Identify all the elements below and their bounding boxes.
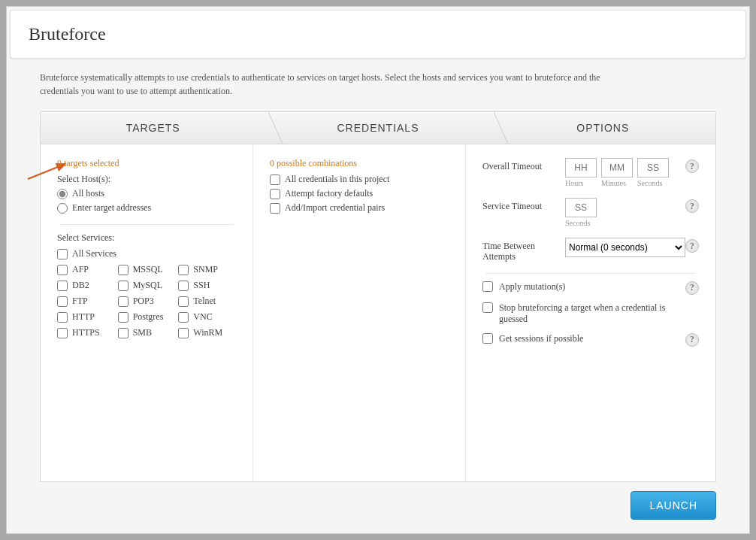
wizard-steps: TARGETS CREDENTIALS OPTIONS [40,111,716,144]
check-service-postgres[interactable]: Postgres [118,311,176,323]
check-apply-mutations[interactable] [482,281,493,292]
help-icon[interactable]: ? [685,239,699,253]
launch-button[interactable]: LAUNCH [631,491,716,520]
check-all-credentials-input[interactable] [270,174,280,185]
title-card: Bruteforce [10,10,746,59]
help-icon[interactable]: ? [685,159,699,173]
content-wrap: Bruteforce systematically attempts to us… [7,59,749,532]
overall-timeout-seconds[interactable] [637,158,669,177]
check-service-pop3[interactable]: POP3 [118,296,176,307]
check-service-afp[interactable]: AFP [57,264,115,275]
label-time-between: Time Between Attempts [482,238,565,262]
row-stop-when-guessed: Stop bruteforcing a target when a creden… [482,302,699,326]
divider [485,273,696,274]
check-service-smb-input[interactable] [118,328,129,338]
check-service-http[interactable]: HTTP [57,311,115,323]
select-time-between[interactable]: Normal (0 seconds) [565,238,685,257]
check-add-import-pairs[interactable]: Add/Import credential pairs [270,202,449,214]
check-service-mysql-input[interactable] [118,281,129,291]
check-service-afp-input[interactable] [57,265,68,275]
check-add-import-pairs-input[interactable] [270,203,280,214]
help-icon[interactable]: ? [685,333,699,347]
check-stop-when-guessed[interactable] [482,302,493,313]
check-service-ftp[interactable]: FTP [57,296,115,307]
label-service-timeout: Service Timeout [482,198,565,212]
check-get-sessions[interactable] [482,333,493,344]
check-service-ftp-input[interactable] [57,296,68,307]
radio-enter-addresses[interactable]: Enter target addresses [57,202,236,214]
panel-options: Overall Timeout Hours Minutes Seconds [465,144,715,481]
overall-timeout-hours[interactable] [565,158,597,177]
help-icon[interactable]: ? [685,281,699,295]
check-service-telnet[interactable]: Telnet [178,296,236,307]
check-service-mssql-input[interactable] [118,265,129,275]
row-time-between: Time Between Attempts Normal (0 seconds)… [482,238,699,262]
select-hosts-label: Select Host(s): [57,174,236,185]
launch-bar: LAUNCH [40,482,716,520]
check-service-snmp[interactable]: SNMP [178,264,236,275]
check-service-smb[interactable]: SMB [118,327,176,338]
check-service-https[interactable]: HTTPS [57,327,115,338]
check-service-mysql[interactable]: MySQL [118,280,176,291]
panel-targets: 0 targets selected Select Host(s): All h… [41,144,253,481]
check-factory-defaults-input[interactable] [270,189,280,199]
check-service-winrm[interactable]: WinRM [178,327,236,338]
check-service-mssql[interactable]: MSSQL [118,264,176,275]
radio-all-hosts[interactable]: All hosts [57,188,236,199]
page-frame: Bruteforce Bruteforce systematically att… [6,6,750,534]
check-all-credentials[interactable]: All credentials in this project [270,174,449,185]
row-get-sessions: Get sessions if possible ? [482,333,699,347]
check-all-services-input[interactable] [57,249,68,259]
check-service-db2[interactable]: DB2 [57,280,115,291]
panels: 0 targets selected Select Host(s): All h… [40,144,716,482]
row-apply-mutations: Apply mutation(s) ? [482,281,699,295]
page-title: Bruteforce [29,24,727,44]
row-overall-timeout: Overall Timeout Hours Minutes Seconds [482,158,699,187]
step-credentials[interactable]: CREDENTIALS [265,112,490,144]
row-service-timeout: Service Timeout Seconds ? [482,198,699,227]
check-service-ssh[interactable]: SSH [178,280,236,291]
help-icon[interactable]: ? [685,199,699,213]
radio-enter-addresses-input[interactable] [57,203,68,214]
check-service-snmp-input[interactable] [178,265,189,275]
check-service-telnet-input[interactable] [178,296,189,307]
service-timeout-seconds[interactable] [565,198,597,217]
step-targets[interactable]: TARGETS [41,112,265,144]
check-all-services[interactable]: All Services [57,248,236,259]
check-service-postgres-input[interactable] [118,312,129,323]
step-options[interactable]: OPTIONS [491,112,715,144]
credentials-summary: 0 possible combinations [270,158,449,169]
service-grid: AFPMSSQLSNMPDB2MySQLSSHFTPPOP3TelnetHTTP… [57,262,236,340]
check-service-winrm-input[interactable] [178,328,189,338]
divider [60,224,233,225]
check-service-pop3-input[interactable] [118,296,129,307]
intro-text: Bruteforce systematically attempts to us… [40,71,611,98]
check-service-vnc[interactable]: VNC [178,311,236,323]
overall-timeout-minutes[interactable] [601,158,633,177]
check-service-vnc-input[interactable] [178,312,189,323]
check-service-http-input[interactable] [57,312,68,323]
check-factory-defaults[interactable]: Attempt factory defaults [270,188,449,199]
panel-credentials: 0 possible combinations All credentials … [253,144,465,481]
check-service-ssh-input[interactable] [178,281,189,291]
check-service-https-input[interactable] [57,328,68,338]
targets-summary: 0 targets selected [57,158,236,169]
radio-all-hosts-input[interactable] [57,189,68,199]
label-overall-timeout: Overall Timeout [482,158,565,172]
check-service-db2-input[interactable] [57,281,68,291]
select-services-label: Select Services: [57,232,236,244]
